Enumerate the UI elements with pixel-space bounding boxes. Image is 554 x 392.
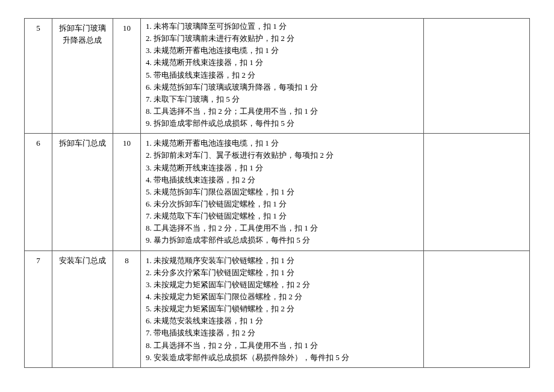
criteria-item: 9. 拆卸造成零部件或总成损坏，每件扣 5 分 [145, 117, 420, 128]
table-row: 7 安装车门总成 8 1. 未按规范顺序安装车门铰链螺栓，扣 1 分 2. 未分… [25, 250, 530, 367]
row-seq: 7 [36, 256, 40, 265]
criteria-item: 3. 未规范断开线束连接器，扣 1 分 [145, 162, 420, 174]
scoring-table: 5 拆卸车门玻璃升降器总成 10 1. 未将车门玻璃降至可拆卸位置，扣 1 分 … [24, 18, 530, 368]
criteria-item: 1. 未按规范顺序安装车门铰链螺栓，扣 1 分 [145, 255, 420, 267]
criteria-item: 6. 未规范拆卸车门玻璃或玻璃升降器，每项扣 1 分 [145, 81, 420, 93]
criteria-item: 8. 工具选择不当，扣 2 分，工具使用不当，扣 1 分 [145, 340, 420, 352]
criteria-item: 4. 未按规定力矩紧固车门限位器螺栓，扣 2 分 [145, 291, 420, 303]
criteria-item: 3. 未规范断开蓄电池连接电缆，扣 1 分 [145, 45, 420, 57]
criteria-item: 6. 未分次拆卸车门铰链固定螺栓，扣 1 分 [145, 198, 420, 210]
blank-cell [423, 19, 529, 134]
criteria-item: 7. 带电插拔线束连接器，扣 2 分 [145, 327, 420, 339]
row-score: 8 [125, 256, 129, 265]
row-name: 拆卸车门总成 [59, 138, 106, 148]
scanned-page: 5 拆卸车门玻璃升降器总成 10 1. 未将车门玻璃降至可拆卸位置，扣 1 分 … [0, 0, 554, 392]
criteria-item: 1. 未规范断开蓄电池连接电缆，扣 1 分 [145, 137, 420, 149]
table-row: 6 拆卸车门总成 10 1. 未规范断开蓄电池连接电缆，扣 1 分 2. 拆卸前… [25, 134, 530, 250]
criteria-item: 2. 未分多次拧紧车门铰链固定螺栓，扣 1 分 [145, 267, 420, 279]
criteria-item: 5. 未按规定力矩紧固车门锁销螺栓，扣 2 分 [145, 303, 420, 315]
row-seq: 6 [36, 138, 40, 148]
blank-cell [423, 250, 529, 367]
criteria-item: 8. 工具选择不当，扣 2 分；工具使用不当，扣 1 分 [145, 105, 420, 117]
row-name: 拆卸车门玻璃升降器总成 [59, 23, 106, 45]
criteria-item: 2. 拆卸车门玻璃前未进行有效贴护，扣 2 分 [145, 33, 420, 45]
criteria-item: 9. 安装造成零部件或总成损坏（易损件除外），每件扣 5 分 [145, 352, 420, 364]
criteria-list: 1. 未按规范顺序安装车门铰链螺栓，扣 1 分 2. 未分多次拧紧车门铰链固定螺… [145, 255, 420, 364]
criteria-item: 5. 带电插拔线束连接器，扣 2 分 [145, 69, 420, 81]
criteria-list: 1. 未将车门玻璃降至可拆卸位置，扣 1 分 2. 拆卸车门玻璃前未进行有效贴护… [145, 20, 420, 128]
criteria-item: 2. 拆卸前未对车门、翼子板进行有效贴护，每项扣 2 分 [145, 149, 420, 161]
criteria-item: 6. 未规范安装线束连接器，扣 1 分 [145, 315, 420, 327]
criteria-item: 7. 未规范取下车门铰链固定螺栓，扣 1 分 [145, 210, 420, 222]
row-score: 10 [123, 23, 131, 33]
criteria-list: 1. 未规范断开蓄电池连接电缆，扣 1 分 2. 拆卸前未对车门、翼子板进行有效… [145, 137, 420, 246]
criteria-item: 9. 暴力拆卸造成零部件或总成损坏，每件扣 5 分 [145, 234, 420, 246]
criteria-item: 1. 未将车门玻璃降至可拆卸位置，扣 1 分 [145, 20, 420, 33]
blank-cell [423, 134, 529, 250]
criteria-item: 4. 带电插拔线束连接器，扣 2 分 [145, 174, 420, 186]
criteria-item: 7. 未取下车门玻璃，扣 5 分 [145, 93, 420, 105]
criteria-item: 8. 工具选择不当，扣 2 分，工具使用不当，扣 1 分 [145, 222, 420, 234]
row-seq: 5 [36, 23, 40, 33]
criteria-item: 5. 未规范拆卸车门限位器固定螺栓，扣 1 分 [145, 186, 420, 198]
criteria-item: 3. 未按规定力矩紧固车门铰链固定螺栓，扣 2 分 [145, 279, 420, 291]
row-score: 10 [123, 138, 131, 148]
row-name: 安装车门总成 [59, 256, 106, 265]
table-row: 5 拆卸车门玻璃升降器总成 10 1. 未将车门玻璃降至可拆卸位置，扣 1 分 … [25, 19, 530, 134]
criteria-item: 4. 未规范断开线束连接器，扣 1 分 [145, 57, 420, 69]
